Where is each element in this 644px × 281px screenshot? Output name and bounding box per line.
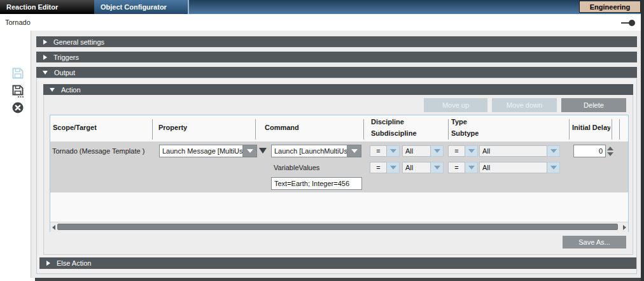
column-separator[interactable]	[448, 119, 449, 140]
section-else-action[interactable]: Else Action	[39, 257, 636, 269]
spinner-up-icon[interactable]	[607, 147, 613, 150]
chevron-down-icon[interactable]	[347, 145, 361, 157]
variable-values-label: VariableValues	[274, 164, 319, 171]
discipline-select[interactable]: All	[402, 145, 444, 157]
section-triggers[interactable]: Triggers	[36, 52, 637, 62]
expand-arrow-icon	[43, 55, 47, 60]
bottom-divider	[35, 278, 641, 281]
section-action-label: Action	[61, 86, 81, 94]
tab-reaction-editor[interactable]: Reaction Editor	[0, 0, 94, 14]
chevron-down-icon[interactable]	[431, 145, 444, 157]
col-header-type: Type	[451, 118, 467, 126]
save-as-icon[interactable]	[11, 84, 24, 101]
tab-object-configurator-label: Object Configurator	[101, 3, 167, 11]
section-output[interactable]: Output	[36, 67, 637, 78]
subdiscipline-value: All	[402, 162, 431, 173]
pin-dot	[629, 20, 635, 26]
discipline-operator-select[interactable]: =	[370, 145, 400, 157]
col-header-initial-delay: Initial Delay	[572, 124, 610, 131]
chevron-down-icon[interactable]	[547, 145, 560, 157]
column-separator[interactable]	[619, 119, 620, 140]
pin-icon[interactable]	[621, 20, 638, 26]
section-triggers-label: Triggers	[53, 54, 79, 61]
command-select[interactable]: Launch [LaunchMultiUse	[271, 145, 361, 157]
collapse-arrow-icon	[43, 71, 48, 75]
type-operator-value: =	[448, 145, 465, 157]
subtype-operator-select[interactable]: =	[448, 162, 478, 173]
section-general-settings-label: General settings	[53, 38, 104, 46]
section-else-action-label: Else Action	[57, 259, 91, 267]
subdiscipline-operator-select[interactable]: =	[370, 162, 400, 173]
save-as-button[interactable]: Save As...	[563, 236, 626, 249]
subtype-select[interactable]: All	[479, 162, 560, 173]
window-right-border	[641, 0, 644, 281]
chevron-down-icon[interactable]	[431, 162, 444, 173]
variable-values-input[interactable]	[271, 177, 362, 190]
column-separator[interactable]	[152, 119, 153, 140]
scroll-left-icon[interactable]	[52, 225, 55, 230]
object-name: Tornado	[5, 18, 31, 26]
command-expander-icon[interactable]	[259, 148, 267, 154]
tab-reaction-editor-label: Reaction Editor	[6, 3, 58, 11]
col-header-property: Property	[158, 124, 187, 131]
scroll-right-icon[interactable]	[623, 225, 626, 230]
chevron-down-icon[interactable]	[465, 162, 478, 173]
type-select[interactable]: All	[479, 145, 560, 157]
spinner-down-icon[interactable]	[607, 152, 613, 156]
move-up-button-label: Move up	[442, 101, 469, 109]
column-separator[interactable]	[255, 119, 256, 140]
column-separator[interactable]	[363, 119, 364, 140]
column-separator[interactable]	[612, 119, 612, 140]
chevron-down-icon[interactable]	[387, 145, 400, 157]
move-up-button[interactable]: Move up	[424, 98, 487, 112]
chevron-down-icon[interactable]	[387, 162, 400, 173]
chevron-down-icon[interactable]	[465, 145, 478, 157]
initial-delay-spinner[interactable]	[606, 145, 614, 157]
chevron-down-icon[interactable]	[243, 145, 257, 157]
column-separator[interactable]	[569, 119, 570, 140]
scope-target-value: Tornado (Message Template )	[52, 147, 144, 155]
tab-object-configurator[interactable]: Object Configurator	[94, 0, 189, 14]
subdiscipline-select[interactable]: All	[402, 162, 444, 173]
section-action[interactable]: Action	[43, 84, 633, 95]
horizontal-scrollbar[interactable]	[50, 222, 628, 232]
left-toolbar	[0, 31, 31, 278]
discipline-operator-value: =	[370, 145, 387, 157]
engineering-mode-badge: Engineering	[579, 1, 641, 13]
property-select[interactable]: Launch Message [MultiUse	[159, 145, 257, 157]
object-title-row: Tornado	[0, 14, 641, 31]
delete-button[interactable]: Delete	[561, 98, 626, 112]
section-output-label: Output	[54, 69, 75, 76]
cancel-icon[interactable]	[11, 101, 24, 117]
delete-button-label: Delete	[584, 101, 604, 109]
subtype-value: All	[479, 162, 547, 173]
type-operator-select[interactable]: =	[448, 145, 478, 157]
move-down-button[interactable]: Move down	[492, 98, 557, 112]
col-header-subdiscipline: Subdiscipline	[371, 129, 417, 137]
subdiscipline-operator-value: =	[370, 162, 387, 173]
chevron-down-icon[interactable]	[547, 162, 560, 173]
top-bar: Reaction Editor Object Configurator Engi…	[0, 0, 644, 14]
section-general-settings[interactable]: General settings	[36, 36, 637, 47]
save-icon[interactable]	[11, 67, 24, 82]
initial-delay-input[interactable]	[573, 145, 606, 157]
discipline-value: All	[402, 145, 431, 157]
action-table: Scope/Target Property Command Discipline…	[50, 115, 629, 232]
move-down-button-label: Move down	[507, 101, 542, 109]
col-header-subtype: Subtype	[451, 129, 479, 137]
scrollbar-thumb[interactable]	[57, 224, 618, 230]
property-select-value: Launch Message [MultiUse	[159, 145, 243, 157]
save-as-button-label: Save As...	[578, 238, 610, 246]
col-header-command: Command	[265, 124, 299, 131]
collapse-arrow-icon	[50, 88, 55, 92]
col-header-discipline: Discipline	[371, 118, 404, 126]
reaction-editor-window: Reaction Editor Object Configurator Engi…	[0, 0, 644, 281]
command-select-value: Launch [LaunchMultiUse	[271, 145, 347, 157]
expand-arrow-icon	[43, 40, 47, 45]
subtype-operator-value: =	[448, 162, 465, 173]
col-header-scope-target: Scope/Target	[53, 124, 97, 131]
type-value: All	[479, 145, 547, 157]
expand-arrow-icon	[46, 261, 50, 266]
